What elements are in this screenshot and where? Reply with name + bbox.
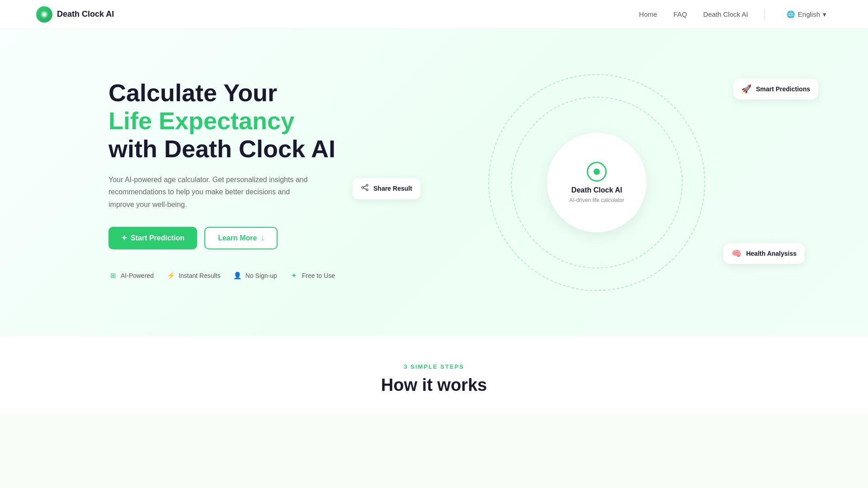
badge-instant-label: Instant Results xyxy=(179,272,221,279)
language-label: English xyxy=(798,10,820,18)
circles-container: Death Clock AI AI-driven life calculator xyxy=(488,74,705,291)
center-title: Death Clock AI xyxy=(571,186,622,194)
share-result-card: Share Result xyxy=(353,178,420,199)
hero-section: Calculate Your Life Expectancy with Deat… xyxy=(0,29,868,336)
nav-divider xyxy=(764,9,765,20)
hero-buttons: ✦ Start Prediction Learn More ↓ xyxy=(108,227,344,249)
hero-badges: ⊞ AI-Powered ⚡ Instant Results 👤 No Sign… xyxy=(108,271,344,280)
badge-ai-label: AI-Powered xyxy=(121,272,154,279)
ai-icon: ⊞ xyxy=(108,271,118,280)
center-icon-inner xyxy=(594,169,600,175)
svg-line-6 xyxy=(363,186,366,187)
nav-faq[interactable]: FAQ xyxy=(674,10,687,18)
globe-icon: 🌐 xyxy=(787,10,795,19)
steps-section: 3 SIMPLE STEPS How it works xyxy=(0,336,868,413)
lightning-icon: ⚡ xyxy=(166,271,175,280)
learn-more-label: Learn More xyxy=(218,234,257,242)
hero-title: Calculate Your Life Expectancy with Deat… xyxy=(108,79,344,163)
hero-title-line1: Calculate Your xyxy=(108,79,277,106)
language-selector[interactable]: 🌐 English ▾ xyxy=(781,8,832,21)
smart-predictions-card: 🚀 Smart Predictions xyxy=(733,79,818,99)
chevron-down-icon: ▾ xyxy=(823,10,826,19)
steps-title: How it works xyxy=(36,375,832,395)
badge-nosignup-label: No Sign-up xyxy=(245,272,277,279)
share-icon xyxy=(361,183,369,194)
share-result-label: Share Result xyxy=(373,185,412,192)
prediction-icon: ✦ xyxy=(121,234,127,242)
center-subtitle: AI-driven life calculator xyxy=(569,197,624,203)
health-analysis-card: 🧠 Health Analysiss xyxy=(723,243,805,264)
svg-line-7 xyxy=(363,188,366,189)
logo-icon xyxy=(36,6,52,23)
brain-icon: 🧠 xyxy=(731,249,741,258)
badge-free-to-use: ✦ Free to Use xyxy=(290,271,335,280)
rocket-icon: 🚀 xyxy=(741,84,751,94)
svg-point-4 xyxy=(362,187,363,188)
svg-point-3 xyxy=(366,184,368,186)
start-prediction-button[interactable]: ✦ Start Prediction xyxy=(108,227,197,249)
logo-text: Death Clock AI xyxy=(57,9,114,19)
health-analysis-label: Health Analysiss xyxy=(746,250,797,257)
hero-title-line3: with Death Clock AI xyxy=(108,135,335,162)
badge-ai-powered: ⊞ AI-Powered xyxy=(108,271,154,280)
nav-home[interactable]: Home xyxy=(639,10,657,18)
svg-point-5 xyxy=(366,189,368,191)
steps-title-text: How it works xyxy=(381,375,487,394)
nav-links: Home FAQ Death Clock AI 🌐 English ▾ xyxy=(639,8,832,21)
navbar: Death Clock AI Home FAQ Death Clock AI 🌐… xyxy=(0,0,868,29)
badge-no-signup: 👤 No Sign-up xyxy=(233,271,277,280)
hero-content: Calculate Your Life Expectancy with Deat… xyxy=(108,65,344,280)
learn-more-button[interactable]: Learn More ↓ xyxy=(204,227,278,249)
smart-predictions-label: Smart Predictions xyxy=(756,85,810,93)
start-prediction-label: Start Prediction xyxy=(131,234,184,242)
hero-description: Your AI-powered age calculator. Get pers… xyxy=(108,174,316,211)
nav-deathai[interactable]: Death Clock AI xyxy=(703,10,748,18)
center-icon xyxy=(587,162,607,182)
steps-label: 3 SIMPLE STEPS xyxy=(36,363,832,370)
nav-logo[interactable]: Death Clock AI xyxy=(36,6,114,23)
circle-center: Death Clock AI AI-driven life calculator xyxy=(547,133,646,232)
arrow-down-icon: ↓ xyxy=(260,234,264,242)
badge-free-label: Free to Use xyxy=(302,272,335,279)
badge-instant-results: ⚡ Instant Results xyxy=(166,271,221,280)
hero-visual: Death Clock AI AI-driven life calculator… xyxy=(362,65,832,300)
sparkle-icon: ✦ xyxy=(290,271,299,280)
svg-point-2 xyxy=(43,13,46,15)
user-icon: 👤 xyxy=(233,271,242,280)
hero-title-line2: Life Expectancy xyxy=(108,107,294,134)
